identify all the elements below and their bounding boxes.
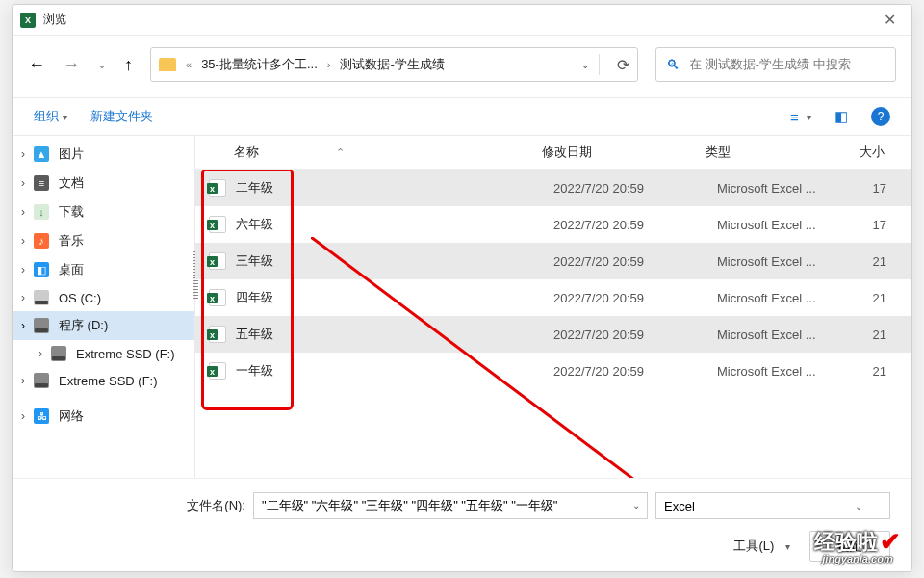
main-area: ›▲图片 ›≡文档 ›↓下载 ›♪音乐 ›◧桌面 ›OS (C:) ›程序 (D…: [13, 136, 911, 478]
close-icon[interactable]: ✕: [876, 11, 904, 29]
organize-menu[interactable]: 组织▾: [34, 108, 67, 125]
drive-icon: [34, 318, 49, 333]
excel-logo-icon: X: [20, 13, 36, 28]
sidebar-item-pictures[interactable]: ›▲图片: [13, 140, 194, 169]
column-headers: 名称⌃ 修改日期 类型 大小: [195, 136, 911, 170]
chevron-left-icon: «: [186, 59, 192, 70]
pictures-icon: ▲: [34, 146, 49, 162]
sort-asc-icon[interactable]: ⌃: [336, 146, 345, 159]
downloads-icon: ↓: [34, 204, 49, 220]
tools-menu[interactable]: 工具(L) ▾: [726, 534, 798, 559]
new-folder-button[interactable]: 新建文件夹: [90, 108, 153, 125]
excel-file-icon: [209, 216, 226, 233]
sidebar-item-drive-f2[interactable]: ›Extreme SSD (F:): [13, 367, 194, 394]
drive-icon: [34, 373, 49, 388]
file-list: 名称⌃ 修改日期 类型 大小 二年级2022/7/20 20:59Microso…: [195, 136, 911, 478]
excel-file-icon: [209, 362, 226, 380]
window-title: 浏览: [43, 12, 876, 28]
chevron-down-icon[interactable]: ⌄: [97, 58, 107, 71]
nav-up-icon[interactable]: ↑: [124, 55, 133, 75]
col-name[interactable]: 名称: [234, 144, 259, 161]
sidebar-item-desktop[interactable]: ›◧桌面: [13, 255, 194, 284]
excel-file-icon: [209, 179, 226, 197]
watermark: 经验啦✔ jingyanla.com: [814, 527, 901, 565]
file-row[interactable]: 四年级2022/7/20 20:59Microsoft Excel ...21: [195, 279, 911, 316]
drive-icon: [51, 346, 66, 361]
title-bar: X 浏览 ✕: [13, 5, 911, 36]
footer: 文件名(N): ⌄ Excel⌄ 工具(L) ▾ 确定: [13, 478, 911, 571]
sidebar-item-drive-d[interactable]: ›程序 (D:): [13, 311, 194, 340]
file-row[interactable]: 五年级2022/7/20 20:59Microsoft Excel ...21: [195, 316, 911, 353]
sidebar-item-music[interactable]: ›♪音乐: [13, 226, 194, 255]
network-icon: 🖧: [34, 408, 49, 424]
breadcrumb[interactable]: « 35-批量统计多个工... › 测试数据-学生成绩 ⌄ ⟳: [150, 47, 638, 82]
sidebar-item-downloads[interactable]: ›↓下载: [13, 197, 194, 226]
search-placeholder: 在 测试数据-学生成绩 中搜索: [689, 56, 851, 73]
sidebar-item-drive-c[interactable]: ›OS (C:): [13, 284, 194, 311]
chevron-down-icon: ⌄: [855, 501, 862, 512]
filename-label: 文件名(N):: [187, 497, 245, 514]
view-list-icon[interactable]: ≡ ▾: [790, 109, 811, 125]
file-row[interactable]: 三年级2022/7/20 20:59Microsoft Excel ...21: [195, 243, 911, 279]
chevron-right-icon: ›: [327, 59, 331, 70]
col-date[interactable]: 修改日期: [542, 144, 706, 161]
sidebar: ›▲图片 ›≡文档 ›↓下载 ›♪音乐 ›◧桌面 ›OS (C:) ›程序 (D…: [13, 136, 195, 478]
sidebar-item-network[interactable]: ›🖧网络: [13, 402, 194, 431]
file-rows: 二年级2022/7/20 20:59Microsoft Excel ...17 …: [195, 170, 911, 478]
search-icon: 🔍︎: [666, 57, 680, 72]
toolbar: 组织▾ 新建文件夹 ≡ ▾ ◧ ?: [13, 97, 911, 136]
nav-back-icon[interactable]: ←: [28, 55, 45, 75]
drive-icon: [34, 290, 49, 305]
col-size[interactable]: 大小: [860, 144, 911, 161]
sidebar-item-documents[interactable]: ›≡文档: [13, 169, 194, 197]
chevron-down-icon[interactable]: ⌄: [632, 500, 640, 511]
col-type[interactable]: 类型: [706, 144, 860, 161]
file-row[interactable]: 一年级2022/7/20 20:59Microsoft Excel ...21: [195, 353, 911, 389]
search-input[interactable]: 🔍︎ 在 测试数据-学生成绩 中搜索: [655, 47, 896, 82]
sidebar-item-drive-f1[interactable]: ›Extreme SSD (F:): [13, 340, 194, 367]
excel-file-icon: [209, 289, 226, 306]
nav-forward-icon[interactable]: →: [63, 55, 80, 75]
refresh-icon[interactable]: ⟳: [617, 56, 629, 74]
path-dropdown-icon[interactable]: ⌄: [581, 60, 589, 70]
path-segment-1[interactable]: 35-批量统计多个工...: [201, 56, 318, 73]
file-row[interactable]: 二年级2022/7/20 20:59Microsoft Excel ...17: [195, 170, 911, 206]
path-segment-2[interactable]: 测试数据-学生成绩: [340, 56, 444, 73]
file-dialog: X 浏览 ✕ ← → ⌄ ↑ « 35-批量统计多个工... › 测试数据-学生…: [12, 4, 912, 572]
preview-pane-icon[interactable]: ◧: [834, 108, 848, 125]
documents-icon: ≡: [34, 175, 49, 191]
excel-file-icon: [209, 252, 226, 270]
filename-input[interactable]: [253, 492, 648, 519]
desktop-icon: ◧: [34, 262, 49, 277]
file-row[interactable]: 六年级2022/7/20 20:59Microsoft Excel ...17: [195, 206, 911, 243]
folder-icon: [159, 58, 176, 71]
help-icon[interactable]: ?: [871, 107, 890, 126]
filetype-select[interactable]: Excel⌄: [655, 492, 890, 519]
excel-file-icon: [209, 326, 226, 343]
nav-bar: ← → ⌄ ↑ « 35-批量统计多个工... › 测试数据-学生成绩 ⌄ ⟳ …: [13, 36, 911, 93]
music-icon: ♪: [34, 233, 49, 249]
